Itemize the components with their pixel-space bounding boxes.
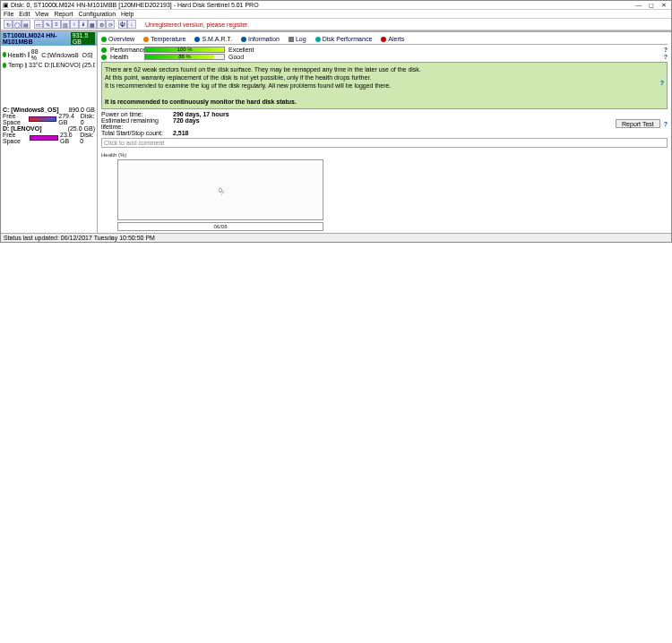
temp-mini-bar (25, 63, 27, 68)
perf-bar-text: 100 % (145, 47, 224, 52)
metric-health: Health 88 % Good ? (101, 54, 668, 60)
graph-icon[interactable]: ▩ (88, 20, 97, 29)
metrics-block: Performance 100 % Excellent ? Health 88 … (101, 47, 668, 60)
lifetime-stats: Power on time:290 days, 17 hours Estimat… (101, 111, 668, 136)
msg-line-2: At this point, warranty replacement of t… (105, 73, 664, 81)
tab-temperature[interactable]: Temperature (143, 36, 185, 42)
stat-health-val: 88 % (31, 48, 40, 61)
pot-val: 290 days, 17 hours (173, 111, 229, 117)
disk-performance-icon (315, 37, 321, 42)
title-bar[interactable]: ▣ Disk: 0, ST1000LM024 HN-M101MBB [120MH… (1, 1, 671, 10)
menu-configuration[interactable]: Configuration (78, 11, 116, 17)
part-d-disk: Disk: 0 (80, 132, 95, 144)
msg-recommendation: It is recommended to continuously monito… (105, 98, 664, 106)
tss-val: 2,518 (173, 130, 189, 136)
menu-help[interactable]: Help (121, 11, 134, 17)
partition-d-header[interactable]: D: [LENOVO] (25.0 GB) (1, 125, 97, 132)
overview-icon (101, 37, 107, 42)
health-chart: Health (%) 0 ? 06/08 (101, 151, 668, 231)
tab-smart-label: S.M.A.R.T. (202, 36, 231, 42)
health-text: Good (228, 54, 244, 60)
temp-icon[interactable]: 🌡 (79, 20, 88, 29)
health-label: Health (110, 54, 141, 60)
msg-help-icon[interactable]: ? (660, 79, 664, 87)
log-icon (289, 37, 294, 42)
left-panel: ST1000LM024 HN-M101MBB 931.5 GB Health 8… (1, 31, 98, 233)
tab-information-label: Information (248, 36, 280, 42)
tab-overview[interactable]: Overview (101, 36, 134, 42)
reload-icon[interactable]: ⟳ (106, 20, 115, 29)
settings-icon[interactable]: ⚙ (97, 20, 106, 29)
app-window: ▣ Disk: 0, ST1000LM024 HN-M101MBB [120MH… (0, 0, 672, 243)
tab-log[interactable]: Log (289, 36, 306, 42)
maximize-button[interactable]: ◻ (646, 2, 657, 9)
part-c-free-label: Free Space (3, 113, 27, 125)
globe-icon[interactable]: ◯ (13, 20, 22, 29)
partition-c-free: Free Space 279.4 GB Disk: 0 (1, 113, 97, 125)
msg-line-3: It is recommended to examine the log of … (105, 81, 664, 90)
part-c-bar (29, 116, 56, 122)
tab-disk-performance[interactable]: Disk Performance (315, 36, 373, 42)
right-panel: Overview Temperature S.M.A.R.T. Informat… (98, 31, 671, 233)
report-test-label: Report Test (622, 121, 654, 127)
health-dot-icon-2 (101, 55, 107, 60)
temp-dot-icon (3, 63, 6, 68)
health-dot-icon (3, 52, 6, 57)
status-message: There are 62 weak sectors found on the d… (101, 62, 668, 109)
disk-name: ST1000LM024 HN-M101MBB (3, 32, 69, 45)
menu-bar: File Edit View Report Configuration Help (1, 10, 671, 19)
refresh-icon[interactable]: ↻ (4, 20, 13, 29)
comment-field[interactable]: Click to add comment (101, 138, 668, 148)
menu-edit[interactable]: Edit (19, 11, 30, 17)
window-controls: — ◻ ✕ (633, 2, 669, 9)
disk-stats: Health 88 % C:[Windows8_OS] (89; 0.5%)(?… (1, 46, 97, 71)
erl-val: 720 days (173, 117, 200, 130)
info-icon[interactable]: i (70, 20, 79, 29)
stats-help-icon[interactable]: ? (664, 121, 668, 127)
test-icon[interactable]: ✎ (43, 20, 52, 29)
erl-key: Estimated remaining lifetime: (101, 117, 173, 130)
down-icon[interactable]: ↓ (127, 20, 136, 29)
tab-log-label: Log (296, 36, 306, 42)
tab-strip: Overview Temperature S.M.A.R.T. Informat… (101, 34, 668, 45)
minimize-button[interactable]: — (633, 2, 644, 8)
menu-file[interactable]: File (4, 11, 13, 17)
chart-point: ? (220, 190, 224, 196)
toolbar: ↻ ◯ ▤ ▭ ✎ ≡ ▥ i 🌡 ▩ ⚙ ⟳ ⏻ ↓ Unregistered… (1, 19, 671, 30)
partition-list: C: [Windows8_OS] 890.0 GB Free Space 279… (1, 107, 97, 144)
tab-smart[interactable]: S.M.A.R.T. (194, 36, 231, 42)
tab-information[interactable]: Information (241, 36, 280, 42)
list-icon[interactable]: ≡ (52, 20, 61, 29)
perf-text: Excellent (228, 47, 254, 53)
tab-alerts[interactable]: Alerts (381, 36, 404, 42)
stat-temp-val: 33°C (29, 62, 43, 68)
partition-c-header[interactable]: C: [Windows8_OS] 890.0 GB (1, 107, 97, 113)
part-c-disk: Disk: 0 (81, 113, 95, 125)
menu-report[interactable]: Report (54, 11, 73, 17)
tab-disk-performance-label: Disk Performance (323, 36, 373, 42)
unregistered-notice[interactable]: Unregistered version, please register. (145, 21, 249, 28)
disk-icon[interactable]: ▭ (34, 20, 43, 29)
partition-d-free: Free Space 23.6 GB Disk: 0 (1, 132, 97, 144)
report-icon[interactable]: ▤ (22, 20, 30, 29)
power-icon[interactable]: ⏻ (118, 20, 127, 29)
information-icon (241, 37, 246, 42)
part-d-size: (25.0 GB) (68, 125, 95, 132)
close-button[interactable]: ✕ (659, 2, 669, 9)
perf-help-icon[interactable]: ? (664, 47, 668, 53)
part-d-free-val: 23.6 GB (60, 132, 78, 144)
menu-view[interactable]: View (35, 11, 48, 17)
stat-health-row: Health 88 % C:[Windows8_OS] (89; 0.5%)(?… (3, 48, 95, 61)
assoc-c: C:[Windows8_OS] (89; 0.5%)(?) (41, 52, 95, 58)
health-help-icon[interactable]: ? (664, 54, 668, 60)
tab-overview-label: Overview (108, 36, 134, 42)
report-test-button[interactable]: Report Test (616, 119, 660, 128)
perf-label: Performance (110, 47, 141, 53)
disk-header[interactable]: ST1000LM024 HN-M101MBB 931.5 GB (1, 31, 97, 46)
pot-key: Power on time: (101, 111, 173, 117)
columns-icon[interactable]: ▥ (61, 20, 70, 29)
chart-area[interactable]: 0 ? (117, 159, 323, 220)
part-d-bar (30, 135, 58, 141)
content-area: ST1000LM024 HN-M101MBB 931.5 GB Health 8… (1, 30, 671, 233)
chart-title: Health (%) (101, 152, 126, 158)
